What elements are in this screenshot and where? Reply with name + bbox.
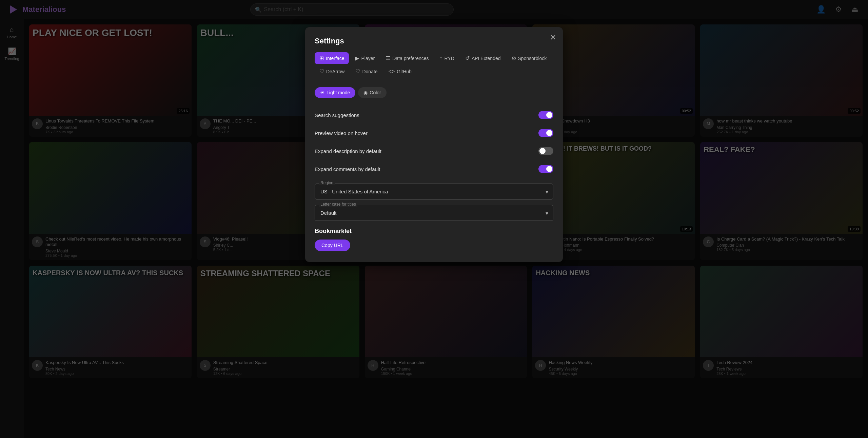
tab-api-label: API Extended bbox=[472, 56, 501, 61]
bookmarklet-section: Bookmarklet Copy URL bbox=[315, 228, 553, 251]
expand-comments-label: Expand comments by default bbox=[315, 166, 380, 172]
tab-github[interactable]: <> GitHub bbox=[384, 65, 416, 77]
settings-title: Settings bbox=[315, 37, 553, 45]
settings-tabs: ⊞ Interface ▶ Player ☰ Data preferences … bbox=[315, 52, 553, 79]
tab-donate-label: Donate bbox=[362, 69, 377, 74]
tab-api-extended[interactable]: ↺ API Extended bbox=[460, 52, 506, 64]
bookmarklet-title: Bookmarklet bbox=[315, 228, 553, 235]
settings-row-expand-description: Expand description by default bbox=[315, 142, 553, 160]
tab-dearrow[interactable]: ♡ DeArrow bbox=[315, 65, 349, 77]
tab-sponsorblock[interactable]: ⊘ Sponsorblock bbox=[507, 52, 552, 64]
donate-tab-icon: ♡ bbox=[355, 68, 360, 75]
subtab-light-mode[interactable]: ☀ Light mode bbox=[315, 87, 355, 98]
settings-close-button[interactable]: ✕ bbox=[550, 34, 556, 41]
player-tab-icon: ▶ bbox=[355, 55, 359, 61]
light-mode-icon: ☀ bbox=[320, 90, 324, 95]
settings-subtabs: ☀ Light mode ◉ Color bbox=[315, 87, 553, 98]
tab-interface[interactable]: ⊞ Interface bbox=[315, 52, 349, 64]
region-dropdown[interactable]: US - United States of America GB - Unite… bbox=[315, 184, 553, 199]
tab-player[interactable]: ▶ Player bbox=[350, 52, 379, 64]
subtab-color-label: Color bbox=[370, 90, 381, 95]
tab-sponsorblock-label: Sponsorblock bbox=[518, 56, 547, 61]
modal-overlay[interactable]: Settings ✕ ⊞ Interface ▶ Player ☰ Data p… bbox=[0, 0, 868, 438]
preview-video-label: Preview video on hover bbox=[315, 130, 368, 136]
subtab-color[interactable]: ◉ Color bbox=[358, 87, 386, 98]
tab-data-label: Data preferences bbox=[392, 56, 429, 61]
search-suggestions-label: Search suggestions bbox=[315, 112, 359, 118]
dearrow-tab-icon: ♡ bbox=[319, 68, 324, 75]
settings-row-expand-comments: Expand comments by default bbox=[315, 160, 553, 178]
data-tab-icon: ☰ bbox=[386, 55, 390, 61]
github-tab-icon: <> bbox=[389, 69, 395, 75]
settings-row-preview-video: Preview video on hover bbox=[315, 124, 553, 142]
letter-case-dropdown-wrap: Letter case for titles Default Uppercase… bbox=[315, 205, 553, 221]
settings-dialog: Settings ✕ ⊞ Interface ▶ Player ☰ Data p… bbox=[305, 27, 563, 262]
tab-donate[interactable]: ♡ Donate bbox=[351, 65, 382, 77]
tab-dearrow-label: DeArrow bbox=[326, 69, 344, 74]
tab-ryd[interactable]: ↑ RYD bbox=[435, 52, 459, 64]
preview-video-toggle[interactable] bbox=[538, 129, 553, 137]
interface-tab-icon: ⊞ bbox=[319, 55, 324, 61]
subtab-light-mode-label: Light mode bbox=[327, 90, 350, 95]
letter-case-dropdown-label: Letter case for titles bbox=[319, 202, 357, 207]
region-dropdown-wrap: Region US - United States of America GB … bbox=[315, 184, 553, 199]
expand-description-toggle[interactable] bbox=[538, 147, 553, 155]
tab-player-label: Player bbox=[361, 56, 375, 61]
tab-data-preferences[interactable]: ☰ Data preferences bbox=[381, 52, 433, 64]
tab-interface-label: Interface bbox=[326, 56, 344, 61]
letter-case-dropdown[interactable]: Default Uppercase Lowercase Title Case bbox=[315, 205, 553, 221]
settings-row-search-suggestions: Search suggestions bbox=[315, 106, 553, 124]
color-icon: ◉ bbox=[363, 90, 368, 95]
tab-ryd-label: RYD bbox=[445, 56, 454, 61]
api-tab-icon: ↺ bbox=[465, 55, 470, 61]
expand-comments-toggle[interactable] bbox=[538, 165, 553, 173]
search-suggestions-toggle[interactable] bbox=[538, 111, 553, 119]
ryd-tab-icon: ↑ bbox=[440, 55, 442, 61]
expand-description-label: Expand description by default bbox=[315, 148, 381, 154]
region-dropdown-label: Region bbox=[319, 180, 335, 185]
tab-github-label: GitHub bbox=[397, 69, 412, 74]
sponsorblock-tab-icon: ⊘ bbox=[512, 55, 516, 61]
copy-url-button[interactable]: Copy URL bbox=[315, 240, 350, 251]
